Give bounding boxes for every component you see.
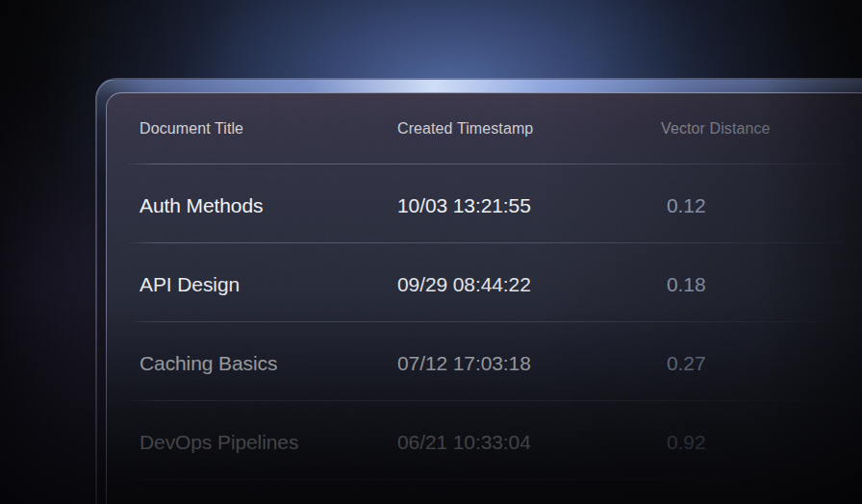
column-header-vector-distance: Vector Distance [661,120,862,138]
top-edge-light-reflection [105,80,862,92]
cell-vector-distance: 0.12 [661,194,862,217]
table-row: Caching Basics 07/12 17:03:18 0.27 [107,322,862,401]
documents-table-card: Document Title Created Timestamp Vector … [106,92,862,504]
table-row: DevOps Pipelines 06/21 10:33:04 0.92 [107,401,862,480]
cell-vector-distance: 0.27 [661,352,862,375]
cell-document-title: DevOps Pipelines [139,431,397,454]
cell-created-timestamp: 07/12 17:03:18 [397,352,661,375]
column-header-created-timestamp: Created Timestamp [397,120,661,138]
table-row: API Design 09/29 08:44:22 0.18 [107,243,862,322]
column-header-document-title: Document Title [139,120,397,138]
cell-vector-distance: 0.92 [661,431,862,454]
table-header-row: Document Title Created Timestamp Vector … [107,93,862,164]
cell-created-timestamp: 10/03 13:21:55 [397,194,661,217]
cell-document-title: Caching Basics [139,352,397,375]
cell-vector-distance: 0.18 [661,273,862,296]
cell-document-title: API Design [139,273,397,296]
table-row: Postgres Indexing 05/14 15:16:40 0.33 [107,480,862,504]
cell-document-title: Auth Methods [139,194,397,217]
cell-created-timestamp: 06/21 10:33:04 [397,431,661,454]
table-row: Auth Methods 10/03 13:21:55 0.12 [107,164,862,243]
cell-created-timestamp: 09/29 08:44:22 [397,273,661,296]
